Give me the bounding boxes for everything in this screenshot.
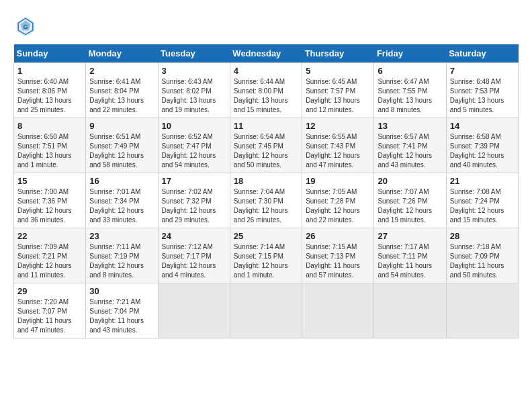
day-info: Sunrise: 7:07 AMSunset: 7:26 PMDaylight:… [378, 187, 442, 225]
column-header-tuesday: Tuesday [158, 44, 230, 63]
calendar-week-2: 8Sunrise: 6:50 AMSunset: 7:51 PMDaylight… [14, 118, 519, 173]
day-number: 1 [17, 66, 82, 76]
day-number: 28 [450, 231, 515, 241]
day-number: 19 [306, 176, 370, 186]
day-number: 3 [162, 66, 226, 76]
calendar-cell: 30Sunrise: 7:21 AMSunset: 7:04 PMDayligh… [86, 283, 158, 338]
day-info: Sunrise: 7:01 AMSunset: 7:34 PMDaylight:… [89, 187, 154, 225]
calendar-cell: 22Sunrise: 7:09 AMSunset: 7:21 PMDayligh… [14, 228, 86, 283]
day-number: 21 [450, 176, 515, 186]
day-info: Sunrise: 6:58 AMSunset: 7:39 PMDaylight:… [450, 132, 515, 170]
calendar-cell: 26Sunrise: 7:15 AMSunset: 7:13 PMDayligh… [302, 228, 374, 283]
day-number: 16 [89, 176, 154, 186]
day-number: 6 [378, 66, 442, 76]
day-number: 24 [162, 231, 226, 241]
day-info: Sunrise: 7:08 AMSunset: 7:24 PMDaylight:… [450, 187, 515, 225]
calendar-cell: 12Sunrise: 6:55 AMSunset: 7:43 PMDayligh… [302, 118, 374, 173]
column-header-monday: Monday [86, 44, 158, 63]
column-header-friday: Friday [374, 44, 446, 63]
calendar-cell: 18Sunrise: 7:04 AMSunset: 7:30 PMDayligh… [230, 173, 302, 228]
calendar-cell: 14Sunrise: 6:58 AMSunset: 7:39 PMDayligh… [446, 118, 518, 173]
day-number: 23 [89, 231, 154, 241]
day-number: 17 [162, 176, 226, 186]
day-info: Sunrise: 7:09 AMSunset: 7:21 PMDaylight:… [17, 242, 82, 280]
day-number: 20 [378, 176, 442, 186]
day-info: Sunrise: 7:12 AMSunset: 7:17 PMDaylight:… [162, 242, 226, 280]
day-info: Sunrise: 7:05 AMSunset: 7:28 PMDaylight:… [306, 187, 370, 225]
day-number: 11 [234, 121, 298, 131]
calendar-week-5: 29Sunrise: 7:20 AMSunset: 7:07 PMDayligh… [14, 283, 519, 338]
day-info: Sunrise: 7:04 AMSunset: 7:30 PMDaylight:… [234, 187, 298, 225]
calendar-cell: 16Sunrise: 7:01 AMSunset: 7:34 PMDayligh… [86, 173, 158, 228]
calendar-table: SundayMondayTuesdayWednesdayThursdayFrid… [13, 44, 519, 338]
day-number: 18 [234, 176, 298, 186]
page-header: G [13, 13, 519, 38]
day-info: Sunrise: 6:50 AMSunset: 7:51 PMDaylight:… [17, 132, 82, 170]
calendar-cell: 23Sunrise: 7:11 AMSunset: 7:19 PMDayligh… [86, 228, 158, 283]
column-header-thursday: Thursday [302, 44, 374, 63]
day-number: 8 [17, 121, 82, 131]
day-number: 22 [17, 231, 82, 241]
day-info: Sunrise: 7:00 AMSunset: 7:36 PMDaylight:… [17, 187, 82, 225]
day-number: 12 [306, 121, 370, 131]
day-info: Sunrise: 6:44 AMSunset: 8:00 PMDaylight:… [234, 77, 298, 115]
day-number: 15 [17, 176, 82, 186]
day-info: Sunrise: 7:20 AMSunset: 7:07 PMDaylight:… [17, 298, 82, 335]
day-info: Sunrise: 6:54 AMSunset: 7:45 PMDaylight:… [234, 132, 298, 170]
day-number: 29 [17, 286, 82, 296]
day-info: Sunrise: 6:57 AMSunset: 7:41 PMDaylight:… [378, 132, 442, 170]
day-info: Sunrise: 6:41 AMSunset: 8:04 PMDaylight:… [89, 77, 154, 115]
day-info: Sunrise: 7:15 AMSunset: 7:13 PMDaylight:… [306, 242, 370, 280]
calendar-cell: 1Sunrise: 6:40 AMSunset: 8:06 PMDaylight… [14, 63, 86, 118]
calendar-week-1: 1Sunrise: 6:40 AMSunset: 8:06 PMDaylight… [14, 63, 519, 118]
calendar-cell: 9Sunrise: 6:51 AMSunset: 7:49 PMDaylight… [86, 118, 158, 173]
column-header-saturday: Saturday [446, 44, 518, 63]
day-info: Sunrise: 6:43 AMSunset: 8:02 PMDaylight:… [162, 77, 226, 115]
day-number: 10 [162, 121, 226, 131]
day-info: Sunrise: 6:51 AMSunset: 7:49 PMDaylight:… [89, 132, 154, 170]
calendar-cell: 10Sunrise: 6:52 AMSunset: 7:47 PMDayligh… [158, 118, 230, 173]
calendar-week-4: 22Sunrise: 7:09 AMSunset: 7:21 PMDayligh… [14, 228, 519, 283]
day-number: 4 [234, 66, 298, 76]
calendar-cell: 19Sunrise: 7:05 AMSunset: 7:28 PMDayligh… [302, 173, 374, 228]
logo: G [13, 13, 42, 38]
logo-icon: G [13, 13, 38, 38]
day-info: Sunrise: 7:11 AMSunset: 7:19 PMDaylight:… [89, 242, 154, 280]
calendar-cell [158, 283, 230, 338]
day-info: Sunrise: 7:14 AMSunset: 7:15 PMDaylight:… [234, 242, 298, 280]
calendar-cell: 17Sunrise: 7:02 AMSunset: 7:32 PMDayligh… [158, 173, 230, 228]
day-info: Sunrise: 7:02 AMSunset: 7:32 PMDaylight:… [162, 187, 226, 225]
day-info: Sunrise: 6:45 AMSunset: 7:57 PMDaylight:… [306, 77, 370, 115]
calendar-cell: 6Sunrise: 6:47 AMSunset: 7:55 PMDaylight… [374, 63, 446, 118]
calendar-cell: 27Sunrise: 7:17 AMSunset: 7:11 PMDayligh… [374, 228, 446, 283]
column-header-sunday: Sunday [14, 44, 86, 63]
day-number: 30 [89, 286, 154, 296]
calendar-cell [374, 283, 446, 338]
calendar-cell: 4Sunrise: 6:44 AMSunset: 8:00 PMDaylight… [230, 63, 302, 118]
day-info: Sunrise: 7:18 AMSunset: 7:09 PMDaylight:… [450, 242, 515, 280]
calendar-cell: 2Sunrise: 6:41 AMSunset: 8:04 PMDaylight… [86, 63, 158, 118]
calendar-cell: 24Sunrise: 7:12 AMSunset: 7:17 PMDayligh… [158, 228, 230, 283]
svg-text:G: G [23, 24, 28, 30]
calendar-cell [230, 283, 302, 338]
day-info: Sunrise: 7:17 AMSunset: 7:11 PMDaylight:… [378, 242, 442, 280]
day-number: 27 [378, 231, 442, 241]
day-info: Sunrise: 6:47 AMSunset: 7:55 PMDaylight:… [378, 77, 442, 115]
day-info: Sunrise: 6:40 AMSunset: 8:06 PMDaylight:… [17, 77, 82, 115]
calendar-cell: 13Sunrise: 6:57 AMSunset: 7:41 PMDayligh… [374, 118, 446, 173]
calendar-week-3: 15Sunrise: 7:00 AMSunset: 7:36 PMDayligh… [14, 173, 519, 228]
calendar-cell: 15Sunrise: 7:00 AMSunset: 7:36 PMDayligh… [14, 173, 86, 228]
calendar-header-row: SundayMondayTuesdayWednesdayThursdayFrid… [14, 44, 519, 63]
calendar-cell: 3Sunrise: 6:43 AMSunset: 8:02 PMDaylight… [158, 63, 230, 118]
calendar-cell: 29Sunrise: 7:20 AMSunset: 7:07 PMDayligh… [14, 283, 86, 338]
day-number: 25 [234, 231, 298, 241]
calendar-cell: 20Sunrise: 7:07 AMSunset: 7:26 PMDayligh… [374, 173, 446, 228]
day-info: Sunrise: 7:21 AMSunset: 7:04 PMDaylight:… [89, 298, 154, 335]
day-number: 26 [306, 231, 370, 241]
calendar-cell [302, 283, 374, 338]
day-info: Sunrise: 6:48 AMSunset: 7:53 PMDaylight:… [450, 77, 515, 115]
day-number: 9 [89, 121, 154, 131]
calendar-cell: 7Sunrise: 6:48 AMSunset: 7:53 PMDaylight… [446, 63, 518, 118]
day-number: 5 [306, 66, 370, 76]
calendar-cell: 5Sunrise: 6:45 AMSunset: 7:57 PMDaylight… [302, 63, 374, 118]
